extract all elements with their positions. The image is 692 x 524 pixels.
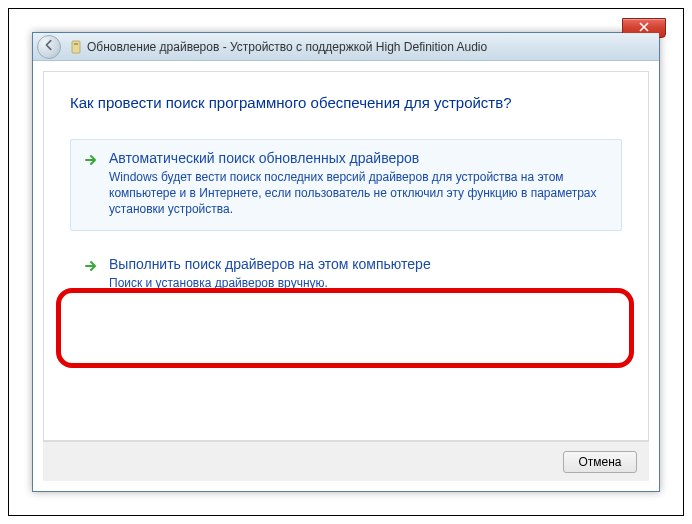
back-arrow-icon (42, 38, 56, 55)
option-body: Выполнить поиск драйверов на этом компью… (109, 256, 609, 291)
option-auto-search[interactable]: Автоматический поиск обновленных драйвер… (70, 139, 622, 231)
page-heading: Как провести поиск программного обеспече… (70, 94, 622, 111)
cancel-button[interactable]: Отмена (563, 451, 637, 473)
dialog-window: Обновление драйверов - Устройство с подд… (32, 32, 660, 492)
arrow-right-icon (83, 152, 99, 168)
device-icon (69, 40, 83, 54)
inner-panel: Как провести поиск программного обеспече… (43, 71, 649, 441)
option-manual-search[interactable]: Выполнить поиск драйверов на этом компью… (70, 245, 622, 304)
svg-rect-1 (74, 43, 78, 45)
option-manual-desc: Поиск и установка драйверов вручную. (109, 275, 609, 291)
back-button[interactable] (37, 35, 61, 59)
window-title: Обновление драйверов - Устройство с подд… (87, 40, 487, 54)
svg-rect-0 (72, 41, 80, 53)
option-auto-title: Автоматический поиск обновленных драйвер… (109, 150, 609, 166)
dialog-footer: Отмена (43, 441, 649, 481)
option-body: Автоматический поиск обновленных драйвер… (109, 150, 609, 218)
option-manual-title: Выполнить поиск драйверов на этом компью… (109, 256, 609, 272)
option-auto-desc: Windows будет вести поиск последних верс… (109, 169, 609, 218)
titlebar: Обновление драйверов - Устройство с подд… (33, 33, 659, 61)
content-area: Как провести поиск программного обеспече… (33, 61, 659, 491)
arrow-right-icon (83, 258, 99, 274)
